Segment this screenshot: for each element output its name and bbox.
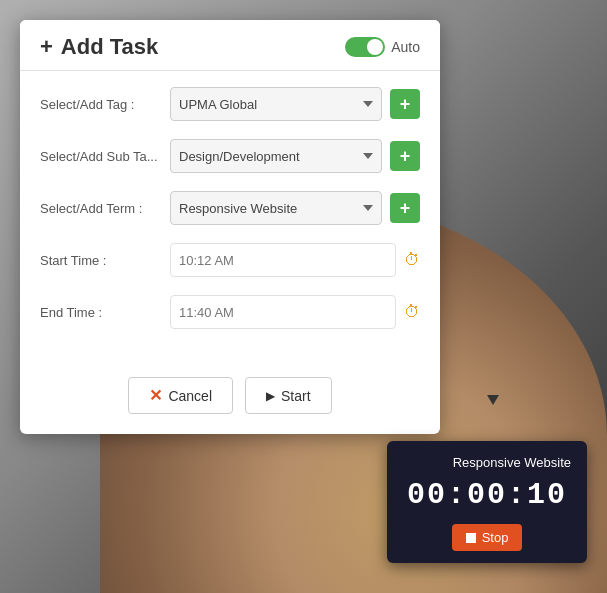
end-time-row: End Time : ⏱ — [40, 295, 420, 329]
timer-display: 00:00:10 — [403, 478, 571, 512]
stop-icon — [466, 533, 476, 543]
start-time-control-wrap: ⏱ — [170, 243, 420, 277]
add-subtag-icon: + — [400, 147, 411, 165]
timer-widget: Responsive Website 00:00:10 Stop — [387, 441, 587, 563]
start-button[interactable]: ▶ Start — [245, 377, 332, 414]
tag-control-wrap: UPMA Global + — [170, 87, 420, 121]
subtag-control-wrap: Design/Development + — [170, 139, 420, 173]
modal-footer: ✕ Cancel ▶ Start — [20, 367, 440, 434]
start-time-label: Start Time : — [40, 253, 170, 268]
term-select[interactable]: Responsive Website — [170, 191, 382, 225]
auto-toggle-group: Auto — [345, 37, 420, 57]
term-control-wrap: Responsive Website + — [170, 191, 420, 225]
end-time-clock-icon: ⏱ — [404, 303, 420, 321]
start-time-input[interactable] — [170, 243, 396, 277]
timer-title: Responsive Website — [403, 455, 571, 470]
add-tag-button[interactable]: + — [390, 89, 420, 119]
cancel-button[interactable]: ✕ Cancel — [128, 377, 233, 414]
modal-title: + Add Task — [40, 34, 158, 60]
subtag-row: Select/Add Sub Ta... Design/Development … — [40, 139, 420, 173]
term-row: Select/Add Term : Responsive Website + — [40, 191, 420, 225]
arrow-down-icon — [487, 395, 499, 405]
subtag-label: Select/Add Sub Ta... — [40, 149, 170, 164]
end-time-label: End Time : — [40, 305, 170, 320]
cancel-x-icon: ✕ — [149, 386, 162, 405]
start-label: Start — [281, 388, 311, 404]
add-term-icon: + — [400, 199, 411, 217]
add-task-modal: + Add Task Auto Select/Add Tag : UPMA Gl… — [20, 20, 440, 434]
start-time-row: Start Time : ⏱ — [40, 243, 420, 277]
modal-header: + Add Task Auto — [20, 20, 440, 71]
tag-select[interactable]: UPMA Global — [170, 87, 382, 121]
tag-label: Select/Add Tag : — [40, 97, 170, 112]
add-subtag-button[interactable]: + — [390, 141, 420, 171]
toggle-knob — [367, 39, 383, 55]
cancel-label: Cancel — [168, 388, 212, 404]
start-play-icon: ▶ — [266, 389, 275, 403]
auto-label: Auto — [391, 39, 420, 55]
add-term-button[interactable]: + — [390, 193, 420, 223]
modal-body: Select/Add Tag : UPMA Global + Select/Ad… — [20, 71, 440, 367]
modal-title-text: Add Task — [61, 34, 158, 60]
stop-label: Stop — [482, 530, 509, 545]
auto-toggle-switch[interactable] — [345, 37, 385, 57]
end-time-input[interactable] — [170, 295, 396, 329]
tag-row: Select/Add Tag : UPMA Global + — [40, 87, 420, 121]
start-time-clock-icon: ⏱ — [404, 251, 420, 269]
timer-stop-button[interactable]: Stop — [452, 524, 523, 551]
term-label: Select/Add Term : — [40, 201, 170, 216]
end-time-control-wrap: ⏱ — [170, 295, 420, 329]
subtag-select[interactable]: Design/Development — [170, 139, 382, 173]
add-tag-icon: + — [400, 95, 411, 113]
title-plus-icon: + — [40, 34, 53, 60]
